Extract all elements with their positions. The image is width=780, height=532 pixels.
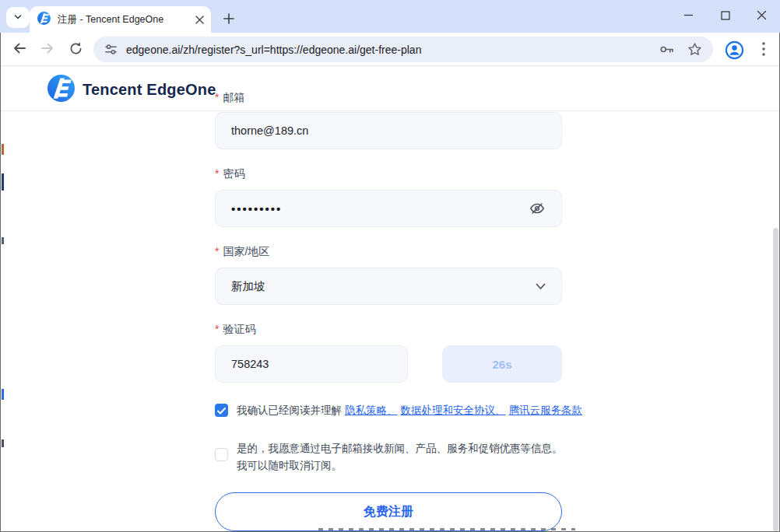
close-icon	[757, 9, 767, 23]
left-panel-sliver	[2, 439, 4, 447]
checkmark-icon	[217, 404, 226, 418]
page-scrollbar-thumb[interactable]	[773, 228, 778, 531]
newsletter-checkbox[interactable]	[215, 448, 228, 461]
password-masked-value: •••••••••	[231, 202, 529, 215]
reload-button[interactable]	[65, 40, 86, 60]
address-bar[interactable]: edgeone.ai/zh/register?s_url=https://edg…	[93, 37, 713, 62]
captcha-value: 758243	[231, 358, 269, 370]
email-field[interactable]: thorne@189.cn	[215, 112, 562, 149]
data-processing-agreement-link[interactable]: 数据处理和安全协议、	[401, 404, 506, 416]
brand-name: Tencent EdgeOne	[83, 81, 216, 99]
email-label: *邮箱	[215, 91, 244, 105]
new-tab-button[interactable]	[219, 10, 239, 30]
window-close-button[interactable]	[750, 6, 773, 26]
agreement-row: 我确认已经阅读并理解隐私策略、数据处理和安全协议、腾讯云服务条款	[215, 404, 582, 417]
newsletter-row: 是的，我愿意通过电子邮箱接收新闻、产品、服务和促销优惠等信息。我可以随时取消订阅…	[215, 443, 570, 474]
tencent-cloud-terms-link[interactable]: 腾讯云服务条款	[509, 404, 583, 416]
edgeone-favicon-icon	[37, 12, 51, 28]
agreement-checkbox[interactable]	[215, 404, 228, 417]
country-label: *国家/地区	[215, 245, 269, 259]
free-register-button[interactable]: 免费注册	[215, 492, 562, 531]
chevron-down-icon	[13, 11, 23, 25]
password-label: *密码	[215, 167, 244, 181]
active-tab[interactable]: 注册 - Tencent EdgeOne	[30, 6, 211, 33]
captcha-label: *验证码	[215, 323, 255, 337]
chevron-down-icon	[536, 283, 546, 290]
profile-avatar-icon[interactable]	[723, 39, 745, 61]
clipped-content-fragment	[318, 528, 575, 530]
reload-icon	[69, 41, 83, 59]
left-panel-sliver	[2, 144, 4, 155]
left-panel-sliver	[2, 173, 4, 191]
newsletter-text: 是的，我愿意通过电子邮箱接收新闻、产品、服务和促销优惠等信息。我可以随时取消订阅…	[237, 440, 570, 474]
back-button[interactable]	[9, 40, 30, 60]
window-maximize-button[interactable]	[714, 6, 737, 26]
maximize-icon	[721, 9, 730, 23]
captcha-field[interactable]: 758243	[215, 345, 408, 383]
brand-logo[interactable]: Tencent EdgeOne	[47, 75, 216, 105]
required-asterisk: *	[215, 91, 219, 103]
left-panel-sliver	[2, 237, 4, 244]
countdown-text: 26s	[492, 358, 511, 371]
bookmark-star-icon[interactable]	[687, 42, 702, 57]
required-asterisk: *	[215, 167, 219, 180]
browser-window: 注册 - Tencent EdgeOne	[0, 0, 780, 532]
tab-strip: 注册 - Tencent EdgeOne	[0, 0, 780, 33]
tab-search-button[interactable]	[6, 7, 30, 28]
required-asterisk: *	[215, 323, 219, 335]
back-icon	[12, 40, 27, 59]
minimize-icon	[683, 9, 694, 23]
agreement-text: 我确认已经阅读并理解隐私策略、数据处理和安全协议、腾讯云服务条款	[237, 404, 582, 417]
country-select[interactable]: 新加坡	[215, 268, 562, 305]
left-panel-sliver	[2, 389, 4, 400]
forward-icon	[40, 40, 55, 59]
password-field[interactable]: •••••••••	[215, 190, 562, 227]
register-page: Tencent EdgeOne *邮箱 thorne@189.cn *密码 ••…	[1, 66, 779, 531]
password-manager-key-icon[interactable]	[659, 41, 675, 58]
url-text[interactable]: edgeone.ai/zh/register?s_url=https://edg…	[126, 44, 659, 56]
country-selected-value: 新加坡	[231, 279, 536, 294]
resend-code-button[interactable]: 26s	[442, 345, 562, 383]
site-settings-tune-icon[interactable]	[104, 43, 118, 56]
window-minimize-button[interactable]	[676, 6, 700, 26]
tab-close-icon[interactable]	[192, 12, 206, 26]
edgeone-logo-icon	[47, 75, 75, 105]
tab-title: 注册 - Tencent EdgeOne	[58, 13, 192, 26]
email-value: thorne@189.cn	[231, 124, 308, 137]
free-register-label: 免费注册	[364, 504, 413, 520]
plus-icon	[223, 13, 234, 27]
required-asterisk: *	[215, 245, 219, 257]
eye-off-icon[interactable]	[529, 200, 546, 217]
privacy-policy-link[interactable]: 隐私策略、	[345, 404, 398, 416]
forward-button[interactable]	[37, 40, 58, 60]
browser-menu-kebab-icon[interactable]	[754, 39, 774, 59]
